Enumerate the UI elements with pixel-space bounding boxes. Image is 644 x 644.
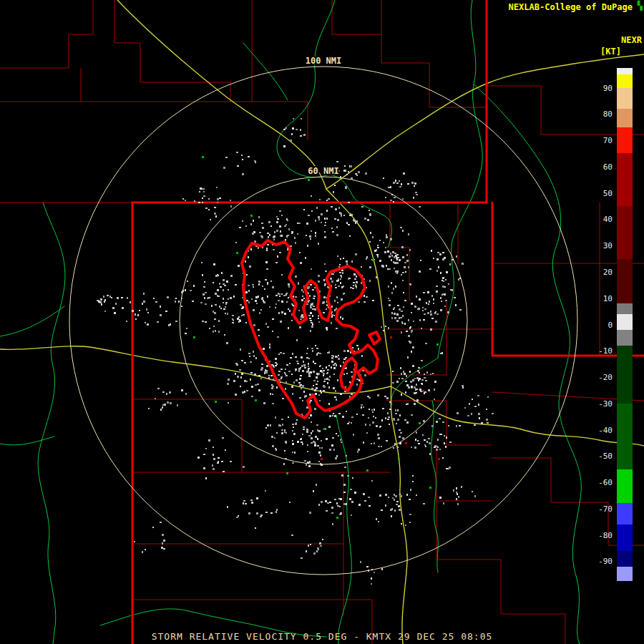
colorbar-units: [KT] <box>600 47 621 56</box>
colorbar-segment <box>617 74 633 87</box>
colorbar-tick-label: -10 <box>588 347 613 355</box>
radar-map: 60 NMI100 NMI <box>0 0 644 644</box>
colorbar-segment <box>617 404 633 469</box>
highways <box>0 0 644 644</box>
colorbar-tick-label: -50 <box>588 452 613 460</box>
colorbar-segment <box>617 551 633 567</box>
colorbar-segment <box>617 109 633 127</box>
range-ring <box>69 67 577 575</box>
colorbar-segment <box>617 303 633 314</box>
colorbar-segment <box>617 259 633 304</box>
colorbar-tick-label: -90 <box>588 557 613 565</box>
colorbar-tick-label: 30 <box>588 242 613 250</box>
colorbar-segment <box>617 314 633 330</box>
rivers <box>0 0 581 644</box>
colorbar-tick-label: 50 <box>588 190 613 197</box>
colorbar-tick-label: 90 <box>588 84 613 92</box>
colorbar-tick-label: -80 <box>588 532 613 540</box>
colorbar-tick-label: 20 <box>588 268 613 276</box>
colorbar-tick-label: -70 <box>588 505 613 513</box>
colorbar-segment <box>617 567 633 581</box>
lake-outline <box>242 240 380 418</box>
cod-logo-icon: ▚ <box>638 1 643 10</box>
colorbar-tick-label: -30 <box>588 400 613 408</box>
colorbar-segment <box>617 88 633 109</box>
colorbar-segment <box>617 153 633 206</box>
colorbar-segment <box>617 346 633 404</box>
colorbar-tick-label: 40 <box>588 215 613 223</box>
colorbar-segment <box>617 525 633 551</box>
colorbar-segment <box>617 206 633 259</box>
colorbar-segment <box>617 68 633 74</box>
colorbar-tick-label: 60 <box>588 163 613 171</box>
colorbar-tick-label: 70 <box>588 137 613 145</box>
range-rings: 60 NMI100 NMI <box>69 56 577 575</box>
colorbar-tick-label: -40 <box>588 426 613 434</box>
colorbar-tick-label: -60 <box>588 479 613 487</box>
colorbar-tick-label: 0 <box>588 321 613 329</box>
colorbar-segment <box>617 330 633 346</box>
colorbar-segment <box>617 503 633 524</box>
county-borders <box>0 0 644 644</box>
branding-text: NEXLAB-College of DuPage <box>509 3 633 11</box>
colorbar-segment <box>617 469 633 504</box>
nexrad-label: NEXR <box>621 36 642 44</box>
range-ring-label: 100 NMI <box>306 56 342 66</box>
colorbar-tick-label: -20 <box>588 374 613 381</box>
range-ring-label: 60 NMI <box>308 166 338 176</box>
colorbar-segment <box>617 127 633 154</box>
radar-display: 60 NMI100 NMI 9080706050403020100-10-20-… <box>0 0 644 644</box>
colorbar-tick-label: 80 <box>588 110 613 118</box>
product-title: STORM RELATIVE VELOCITY 0.5 DEG - KMTX 2… <box>0 632 644 641</box>
velocity-colorbar <box>617 68 633 581</box>
colorbar-tick-label: 10 <box>588 295 613 303</box>
